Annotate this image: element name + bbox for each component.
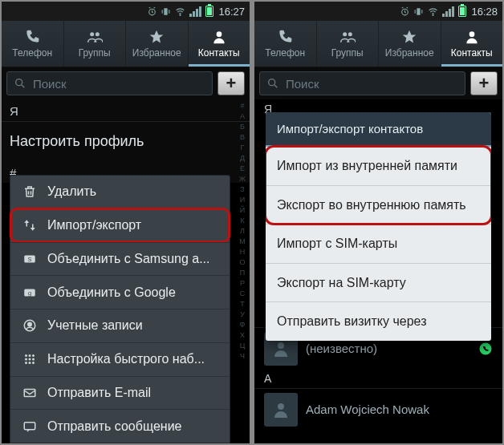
svg-point-21 [32, 362, 35, 364]
menu-label: Импорт/экспорт [47, 218, 141, 233]
search-placeholder: Поиск [286, 77, 319, 91]
alarm-icon [147, 6, 157, 17]
tab-label: Избранное [132, 47, 181, 59]
svg-point-15 [32, 354, 35, 357]
svg-point-14 [29, 354, 31, 357]
section-letter: A [254, 369, 502, 388]
dialog-export-sim[interactable]: Экспорт на SIM-карту [266, 263, 491, 302]
menu-speed-dial[interactable]: Настройка быстрого наб... [10, 342, 230, 376]
battery-icon [205, 6, 213, 17]
email-icon [22, 386, 38, 400]
vibrate-icon [413, 6, 424, 17]
svg-point-12 [28, 323, 32, 327]
menu-send-email[interactable]: Отправить E-mail [10, 376, 230, 410]
menu-delete[interactable]: Удалить [10, 176, 230, 208]
menu-label: Отправить сообщение [47, 419, 181, 434]
svg-point-5 [216, 31, 222, 37]
top-tabs: Телефон Группы Избранное Контакты [2, 21, 250, 67]
dialog-import-sim[interactable]: Импорт с SIM-карты [266, 224, 491, 263]
svg-rect-1 [165, 8, 168, 15]
tab-contacts[interactable]: Контакты [188, 21, 250, 67]
menu-merge-samsung[interactable]: S Объединить с Samsung а... [10, 242, 230, 276]
status-bar: 16:27 [2, 2, 250, 21]
svg-rect-23 [24, 422, 35, 429]
search-icon [266, 77, 279, 90]
wifi-icon [427, 6, 439, 17]
star-icon [401, 29, 417, 45]
phone-left: 16:27 Телефон Группы Избранное Контакты … [2, 2, 250, 443]
svg-point-13 [25, 354, 27, 357]
svg-point-17 [29, 358, 31, 361]
accounts-icon [22, 318, 38, 333]
svg-point-6 [16, 79, 22, 86]
search-input[interactable]: Поиск [6, 71, 213, 95]
svg-point-3 [90, 32, 94, 36]
svg-point-26 [433, 14, 433, 15]
menu-import-export[interactable]: Импорт/экспорт [10, 208, 230, 242]
menu-accounts[interactable]: Учетные записи [10, 309, 230, 342]
import-export-dialog: Импорт/экспорт контактов Импорт из внутр… [266, 112, 491, 341]
svg-point-31 [278, 342, 284, 349]
top-tabs: Телефон Группы Избранное Контакты [254, 21, 502, 67]
tab-label: Группы [79, 47, 111, 59]
section-me: Я [2, 99, 250, 121]
vibrate-icon [161, 6, 171, 17]
import-export-icon [22, 218, 38, 233]
svg-point-18 [32, 358, 35, 361]
battery-icon [458, 6, 466, 17]
tab-phone[interactable]: Телефон [2, 21, 63, 67]
search-row: Поиск + [254, 67, 502, 99]
svg-point-29 [469, 31, 474, 37]
profile-setup[interactable]: Настроить профиль [2, 121, 250, 161]
tab-favorites[interactable]: Избранное [378, 21, 441, 67]
tab-groups[interactable]: Группы [63, 21, 126, 67]
tab-label: Телефон [265, 47, 305, 59]
phone-right: 16:28 Телефон Группы Избранное Контакты … [254, 2, 502, 443]
tab-favorites[interactable]: Избранное [125, 21, 188, 67]
contact-name: Adam Wojciech Nowak [306, 403, 429, 416]
tab-label: Контакты [198, 47, 240, 59]
menu-label: Отправить E-mail [47, 386, 151, 400]
tab-phone[interactable]: Телефон [254, 21, 316, 67]
search-icon [14, 77, 26, 90]
svg-text:g: g [28, 289, 31, 297]
dialog-import-internal[interactable]: Импорт из внутренней памяти [266, 147, 491, 185]
groups-icon [87, 29, 103, 45]
contact-icon [464, 29, 480, 45]
menu-label: Объединить с Google [47, 285, 176, 300]
context-menu: Удалить Импорт/экспорт S Объединить с Sa… [10, 175, 230, 443]
tab-label: Избранное [385, 47, 434, 59]
tab-label: Телефон [12, 47, 52, 59]
svg-point-20 [29, 362, 31, 364]
search-row: Поиск + [2, 67, 250, 99]
contact-name: (неизвестно) [306, 342, 377, 355]
search-placeholder: Поиск [33, 77, 67, 91]
menu-label: Удалить [47, 184, 96, 199]
wifi-icon [174, 6, 186, 17]
message-icon [22, 419, 38, 434]
menu-label: Учетные записи [47, 318, 143, 333]
tab-contacts[interactable]: Контакты [441, 21, 503, 67]
avatar [264, 393, 298, 427]
groups-icon [339, 29, 356, 45]
dialog-export-internal[interactable]: Экспорт во внутреннюю память [266, 185, 491, 225]
status-time: 16:28 [471, 6, 498, 18]
svg-point-33 [278, 403, 284, 410]
svg-point-28 [348, 32, 352, 36]
svg-point-30 [269, 79, 275, 86]
star-icon [148, 29, 165, 45]
menu-label: Объединить с Samsung а... [47, 252, 210, 266]
dialog-send-vcard[interactable]: Отправить визитку через [266, 301, 491, 341]
menu-send-message[interactable]: Отправить сообщение [10, 409, 230, 443]
menu-merge-google[interactable]: g Объединить с Google [10, 275, 230, 309]
dialog-title: Импорт/экспорт контактов [266, 112, 491, 147]
tab-groups[interactable]: Группы [316, 21, 379, 67]
svg-rect-25 [417, 8, 421, 15]
add-contact-button[interactable]: + [470, 71, 498, 95]
list-item[interactable]: Adam Wojciech Nowak [254, 388, 502, 430]
add-contact-button[interactable]: + [217, 71, 245, 95]
phone-icon [277, 29, 293, 45]
search-input[interactable]: Поиск [259, 71, 465, 95]
contact-icon [211, 29, 227, 45]
svg-rect-22 [24, 389, 35, 396]
